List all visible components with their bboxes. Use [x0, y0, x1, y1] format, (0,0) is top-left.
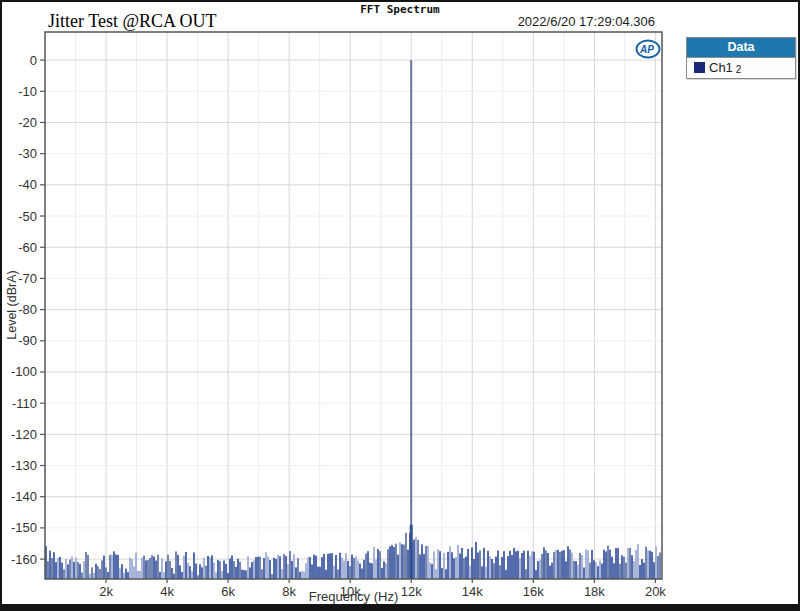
svg-text:8k: 8k: [282, 584, 296, 599]
svg-text:4k: 4k: [160, 584, 174, 599]
legend-item-channel-number: 2: [736, 64, 742, 75]
svg-text:-110: -110: [12, 396, 37, 411]
svg-text:-10: -10: [18, 84, 37, 99]
svg-text:16k: 16k: [523, 584, 544, 599]
axis-ticks-and-labels: 0-10-20-30-40-50-60-70-80-90-100-110-120…: [11, 53, 666, 599]
series-color-swatch: [694, 62, 705, 73]
y-axis-label: Level (dBrA): [5, 270, 19, 339]
x-axis-label: Frequency (Hz): [309, 589, 399, 604]
svg-text:18k: 18k: [584, 584, 605, 599]
svg-text:20k: 20k: [645, 584, 666, 599]
legend-item-label: Ch1: [709, 60, 733, 75]
gridlines: [45, 32, 662, 579]
svg-text:-40: -40: [18, 177, 37, 192]
svg-text:-80: -80: [18, 302, 37, 317]
peak-12khz: [410, 60, 413, 579]
svg-text:-60: -60: [18, 240, 37, 255]
legend-item-ch1[interactable]: Ch1 2: [687, 58, 795, 78]
svg-text:-70: -70: [18, 271, 37, 286]
svg-text:-30: -30: [18, 146, 37, 161]
fft-report-window: FFT Spectrum Jitter Test @RCA OUT 2022/6…: [0, 0, 800, 611]
svg-text:-140: -140: [11, 489, 37, 504]
svg-text:12k: 12k: [401, 584, 422, 599]
svg-text:-160: -160: [11, 552, 37, 567]
svg-text:14k: 14k: [462, 584, 483, 599]
svg-text:AP: AP: [639, 44, 654, 55]
svg-text:-50: -50: [18, 209, 37, 224]
svg-text:-130: -130: [11, 458, 37, 473]
svg-text:-120: -120: [11, 427, 37, 442]
svg-text:-90: -90: [18, 333, 37, 348]
svg-text:2k: 2k: [99, 584, 113, 599]
svg-text:-150: -150: [11, 520, 37, 535]
ap-logo: AP: [637, 41, 660, 58]
svg-text:-100: -100: [11, 364, 37, 379]
noise-floor-bars: [45, 533, 661, 579]
svg-text:6k: 6k: [221, 584, 235, 599]
svg-text:0: 0: [30, 53, 37, 68]
legend-panel: Data Ch1 2: [686, 37, 796, 79]
fft-chart-canvas[interactable]: 0-10-20-30-40-50-60-70-80-90-100-110-120…: [2, 2, 800, 611]
legend-title: Data: [687, 38, 795, 58]
svg-text:-20: -20: [18, 115, 37, 130]
